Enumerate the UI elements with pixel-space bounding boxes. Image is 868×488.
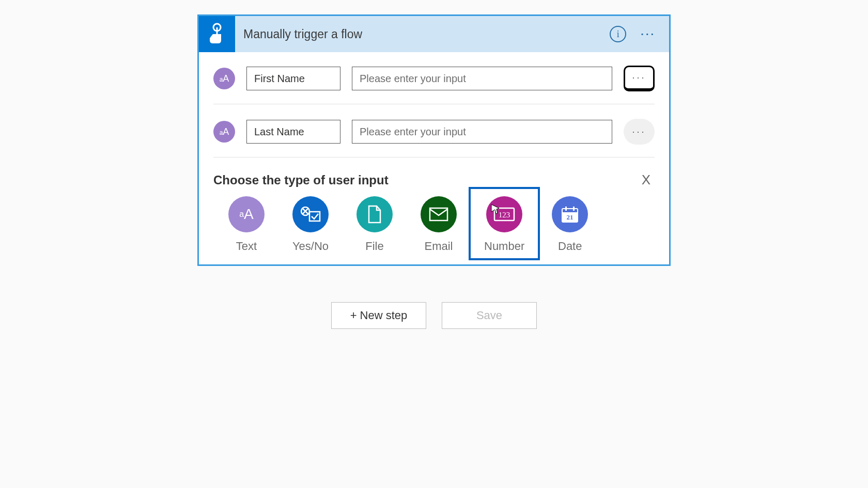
trigger-card: Manually trigger a flow i ··· First Name… [197,14,671,266]
email-icon [421,196,457,232]
trigger-title: Manually trigger a flow [235,27,610,41]
card-menu-icon[interactable]: ··· [641,28,656,40]
svg-text:21: 21 [567,213,574,221]
svg-rect-2 [211,36,214,38]
footer-actions: + New step Save [0,302,868,329]
type-option-label: Date [558,240,582,253]
trigger-header[interactable]: Manually trigger a flow i ··· [199,16,669,52]
save-button[interactable]: Save [442,302,537,329]
svg-rect-14 [573,207,575,211]
trigger-icon [199,16,235,52]
new-step-button[interactable]: + New step [331,302,426,329]
number-icon: 123 [486,196,522,232]
type-option-date[interactable]: 21 Date [551,196,588,253]
type-option-email[interactable]: Email [420,196,457,253]
input-row-menu-icon[interactable]: ··· [624,66,655,91]
input-name-field[interactable]: Last Name [246,120,340,144]
svg-rect-11 [562,209,578,212]
input-type-grid: aA Text Yes/No [213,191,655,253]
input-row: First Name Please enter your input ··· [213,58,655,104]
info-icon[interactable]: i [610,26,626,42]
input-value-field[interactable]: Please enter your input [352,67,612,90]
type-option-file[interactable]: File [356,196,393,253]
svg-text:123: 123 [499,211,510,219]
date-icon: 21 [552,196,588,232]
input-row: Last Name Please enter your input ··· [213,104,655,158]
type-option-label: Text [236,240,257,253]
yes-no-icon [292,196,329,232]
type-option-yesno[interactable]: Yes/No [292,196,329,253]
text-type-icon [213,68,235,89]
input-row-menu-icon[interactable]: ··· [624,119,655,145]
close-icon[interactable]: X [642,172,655,188]
type-option-label: Yes/No [292,240,329,253]
text-icon: aA [228,196,265,232]
type-option-label: Email [424,240,453,253]
type-option-label: File [365,240,383,253]
input-name-field[interactable]: First Name [246,67,340,90]
chooser-title: Choose the type of user input [213,173,389,187]
type-option-text[interactable]: aA Text [228,196,265,253]
type-option-label: Number [484,240,524,253]
input-value-field[interactable]: Please enter your input [352,120,612,144]
text-type-icon [213,121,235,143]
svg-rect-7 [430,208,447,221]
file-icon [357,196,393,232]
type-option-number[interactable]: 123 Number [469,187,540,260]
svg-rect-6 [309,212,320,221]
svg-rect-13 [565,207,567,211]
